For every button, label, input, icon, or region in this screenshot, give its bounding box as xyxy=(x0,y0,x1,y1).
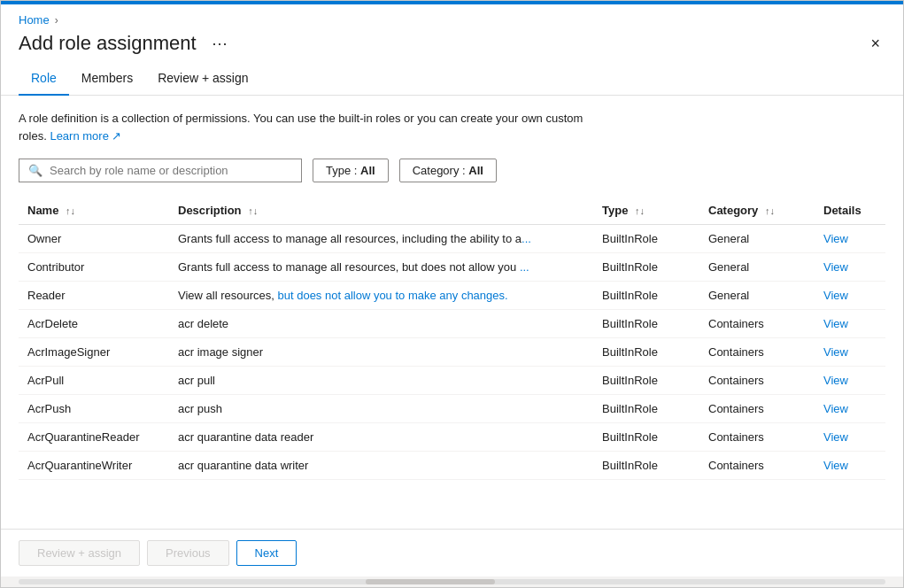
table-row: OwnerGrants full access to manage all re… xyxy=(19,225,885,253)
cell-details: View xyxy=(815,423,885,452)
table-row: ReaderView all resources, but does not a… xyxy=(19,282,885,310)
roles-table: Name ↑↓ Description ↑↓ Type ↑↓ Category … xyxy=(19,197,885,480)
cell-details: View xyxy=(815,225,885,253)
cell-description: acr quarantine data reader xyxy=(169,423,593,452)
cell-type: BuiltInRole xyxy=(593,395,699,423)
cell-details: View xyxy=(815,310,885,338)
cell-details: View xyxy=(815,338,885,367)
cell-details: View xyxy=(815,367,885,395)
table-body: OwnerGrants full access to manage all re… xyxy=(19,225,885,480)
ellipsis-button[interactable]: ··· xyxy=(207,33,234,55)
category-filter-button[interactable]: Category : All xyxy=(399,159,497,182)
page-header: Add role assignment ··· × xyxy=(1,27,903,64)
cell-type: BuiltInRole xyxy=(593,452,699,480)
search-box[interactable]: 🔍 xyxy=(19,159,302,182)
table-row: AcrImageSigneracr image signerBuiltInRol… xyxy=(19,338,885,367)
view-link[interactable]: View xyxy=(823,459,848,472)
cell-category: Containers xyxy=(699,310,815,338)
description-sort-icon: ↑↓ xyxy=(248,205,258,216)
table-row: AcrPushacr pushBuiltInRoleContainersView xyxy=(19,395,885,423)
cell-type: BuiltInRole xyxy=(593,367,699,395)
view-link[interactable]: View xyxy=(823,402,848,415)
cell-description: acr quarantine data writer xyxy=(169,452,593,480)
breadcrumb-separator: › xyxy=(55,14,58,27)
cell-name: AcrQuarantineWriter xyxy=(19,452,169,480)
review-assign-button[interactable]: Review + assign xyxy=(19,540,140,566)
cell-category: Containers xyxy=(699,452,815,480)
view-link[interactable]: View xyxy=(823,317,848,330)
scrollbar-track xyxy=(19,579,885,584)
view-link[interactable]: View xyxy=(823,260,848,274)
cell-description: View all resources, but does not allow y… xyxy=(169,282,593,310)
tabs-bar: Role Members Review + assign xyxy=(1,64,903,96)
description-block: A role definition is a collection of per… xyxy=(19,110,585,144)
tab-members[interactable]: Members xyxy=(69,64,145,96)
table-row: AcrQuarantineWriteracr quarantine data w… xyxy=(19,452,885,480)
cell-name: Contributor xyxy=(19,253,169,282)
cell-description: acr image signer xyxy=(169,338,593,367)
col-header-name[interactable]: Name ↑↓ xyxy=(19,197,169,225)
cell-category: Containers xyxy=(699,338,815,367)
cell-details: View xyxy=(815,282,885,310)
cell-type: BuiltInRole xyxy=(593,282,699,310)
cell-details: View xyxy=(815,452,885,480)
close-button[interactable]: × xyxy=(865,33,885,55)
cell-description: acr pull xyxy=(169,367,593,395)
cell-details: View xyxy=(815,395,885,423)
name-sort-icon: ↑↓ xyxy=(66,205,75,216)
next-button[interactable]: Next xyxy=(236,540,297,566)
cell-name: AcrImageSigner xyxy=(19,338,169,367)
main-window: Home › Add role assignment ··· × Role Me… xyxy=(0,0,904,588)
type-sort-icon: ↑↓ xyxy=(635,205,645,216)
cell-type: BuiltInRole xyxy=(593,338,699,367)
cell-category: Containers xyxy=(699,367,815,395)
cell-name: Reader xyxy=(19,282,169,310)
view-link[interactable]: View xyxy=(823,289,848,302)
table-row: AcrQuarantineReaderacr quarantine data r… xyxy=(19,423,885,452)
cell-category: General xyxy=(699,253,815,282)
cell-description: acr push xyxy=(169,395,593,423)
cell-category: Containers xyxy=(699,395,815,423)
table-row: AcrDeleteacr deleteBuiltInRoleContainers… xyxy=(19,310,885,338)
cell-description: acr delete xyxy=(169,310,593,338)
col-header-details: Details xyxy=(815,197,885,225)
horizontal-scrollbar[interactable] xyxy=(1,576,903,587)
cell-type: BuiltInRole xyxy=(593,310,699,338)
learn-more-link[interactable]: Learn more ↗ xyxy=(50,129,121,143)
filters-row: 🔍 Type : All Category : All xyxy=(19,159,885,182)
cell-category: General xyxy=(699,225,815,253)
cell-type: BuiltInRole xyxy=(593,423,699,452)
view-link[interactable]: View xyxy=(823,232,848,245)
cell-description: Grants full access to manage all resourc… xyxy=(169,225,593,253)
scrollbar-thumb xyxy=(366,579,496,584)
cell-name: Owner xyxy=(19,225,169,253)
cell-description: Grants full access to manage all resourc… xyxy=(169,253,593,282)
view-link[interactable]: View xyxy=(823,345,848,359)
cell-details: View xyxy=(815,253,885,282)
cell-name: AcrPush xyxy=(19,395,169,423)
cell-category: Containers xyxy=(699,423,815,452)
previous-button[interactable]: Previous xyxy=(147,540,229,566)
cell-category: General xyxy=(699,282,815,310)
search-icon: 🔍 xyxy=(28,164,42,177)
view-link[interactable]: View xyxy=(823,430,848,444)
tab-role[interactable]: Role xyxy=(19,64,69,96)
breadcrumb: Home › xyxy=(1,4,903,27)
cell-name: AcrDelete xyxy=(19,310,169,338)
type-filter-button[interactable]: Type : All xyxy=(313,159,389,182)
col-header-type[interactable]: Type ↑↓ xyxy=(593,197,699,225)
cell-name: AcrPull xyxy=(19,367,169,395)
table-row: ContributorGrants full access to manage … xyxy=(19,253,885,282)
col-header-description[interactable]: Description ↑↓ xyxy=(169,197,593,225)
breadcrumb-home[interactable]: Home xyxy=(19,13,50,27)
table-row: AcrPullacr pullBuiltInRoleContainersView xyxy=(19,367,885,395)
page-title: Add role assignment xyxy=(19,32,197,55)
tab-review-assign[interactable]: Review + assign xyxy=(145,64,260,96)
cell-type: BuiltInRole xyxy=(593,225,699,253)
col-header-category[interactable]: Category ↑↓ xyxy=(699,197,815,225)
content-area: A role definition is a collection of per… xyxy=(1,96,903,529)
footer: Review + assign Previous Next xyxy=(1,529,903,576)
search-input[interactable] xyxy=(50,164,292,177)
table-header-row: Name ↑↓ Description ↑↓ Type ↑↓ Category … xyxy=(19,197,885,225)
view-link[interactable]: View xyxy=(823,374,848,387)
